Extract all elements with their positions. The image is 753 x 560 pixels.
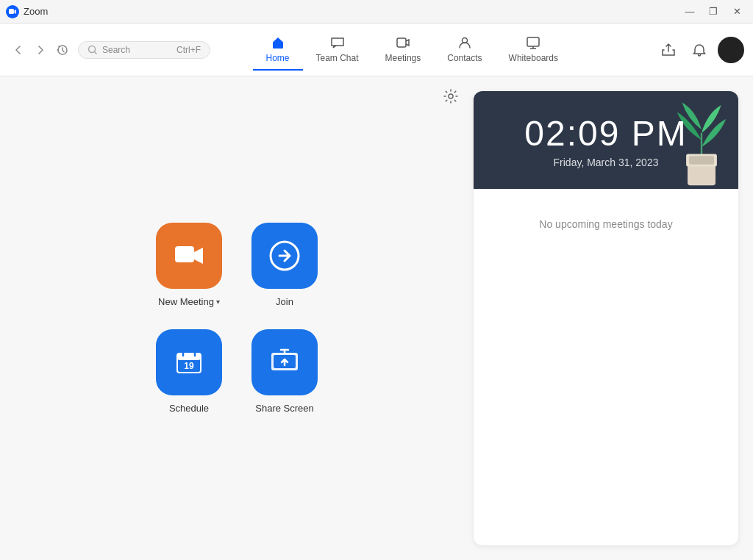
svg-rect-4 bbox=[397, 38, 406, 47]
settings-button[interactable] bbox=[440, 85, 462, 107]
date-display: Friday, March 31, 2023 bbox=[554, 157, 659, 168]
calendar-body: No upcoming meetings today bbox=[474, 189, 738, 259]
notification-button[interactable] bbox=[687, 37, 712, 62]
svg-rect-21 bbox=[689, 156, 714, 164]
left-panel: New Meeting ▾ Join bbox=[0, 76, 474, 560]
tab-whiteboards[interactable]: Whiteboards bbox=[496, 29, 571, 71]
home-icon bbox=[271, 35, 285, 50]
new-meeting-label: New Meeting ▾ bbox=[158, 296, 220, 307]
svg-rect-19 bbox=[688, 165, 715, 186]
join-label: Join bbox=[276, 296, 293, 307]
calendar-card: 02:09 PM Friday, March 31, 2023 No upcom… bbox=[474, 91, 738, 545]
no-meetings-text: No upcoming meetings today bbox=[539, 218, 672, 230]
search-label: Search bbox=[102, 45, 130, 55]
tab-home[interactable]: Home bbox=[253, 29, 303, 71]
tab-contacts[interactable]: Contacts bbox=[434, 29, 495, 71]
search-box[interactable]: Search Ctrl+F bbox=[78, 41, 210, 59]
svg-point-7 bbox=[449, 94, 453, 98]
toolbar-right bbox=[656, 37, 744, 63]
new-meeting-button[interactable] bbox=[156, 223, 222, 289]
schedule-label: Schedule bbox=[169, 403, 209, 414]
new-meeting-item: New Meeting ▾ bbox=[156, 223, 222, 307]
restore-button[interactable]: ❐ bbox=[703, 3, 724, 21]
whiteboard-icon bbox=[526, 35, 540, 50]
tab-contacts-label: Contacts bbox=[447, 53, 482, 63]
title-bar: Zoom — ❐ ✕ bbox=[0, 0, 753, 24]
svg-rect-8 bbox=[175, 246, 194, 262]
toolbar: Search Ctrl+F Home Team Chat Meetings bbox=[0, 24, 753, 76]
schedule-button[interactable]: 19 bbox=[156, 329, 222, 395]
tab-meetings[interactable]: Meetings bbox=[372, 29, 435, 71]
join-button[interactable] bbox=[251, 223, 318, 289]
schedule-item: 19 Schedule bbox=[156, 329, 222, 414]
history-button[interactable] bbox=[53, 40, 72, 60]
search-icon bbox=[88, 45, 98, 55]
svg-marker-1 bbox=[15, 10, 17, 14]
action-grid: New Meeting ▾ Join bbox=[156, 223, 318, 414]
share-button[interactable] bbox=[656, 37, 681, 62]
chat-icon bbox=[330, 35, 345, 50]
tab-team-chat[interactable]: Team Chat bbox=[303, 29, 372, 71]
share-screen-label: Share Screen bbox=[255, 403, 314, 414]
svg-rect-13 bbox=[178, 353, 200, 360]
close-button[interactable]: ✕ bbox=[727, 3, 747, 21]
right-panel: 02:09 PM Friday, March 31, 2023 No upcom… bbox=[474, 76, 753, 560]
forward-button[interactable] bbox=[31, 40, 50, 60]
svg-rect-0 bbox=[9, 9, 14, 14]
back-button[interactable] bbox=[9, 40, 28, 60]
avatar[interactable] bbox=[718, 37, 744, 63]
join-item: Join bbox=[251, 223, 318, 307]
svg-text:19: 19 bbox=[184, 361, 194, 371]
tab-whiteboards-label: Whiteboards bbox=[509, 53, 558, 63]
share-screen-item: Share Screen bbox=[251, 329, 318, 414]
minimize-button[interactable]: — bbox=[679, 3, 700, 21]
meetings-icon bbox=[396, 35, 410, 50]
tab-team-chat-label: Team Chat bbox=[316, 53, 359, 63]
tab-meetings-label: Meetings bbox=[385, 53, 421, 63]
app-title: Zoom bbox=[24, 6, 679, 17]
nav-arrows bbox=[9, 40, 72, 60]
app-logo bbox=[6, 5, 19, 18]
search-shortcut: Ctrl+F bbox=[176, 45, 201, 55]
window-controls: — ❐ ✕ bbox=[679, 3, 747, 21]
time-display: 02:09 PM bbox=[524, 113, 687, 154]
main-content: New Meeting ▾ Join bbox=[0, 76, 753, 560]
nav-tabs: Home Team Chat Meetings Contacts bbox=[253, 29, 571, 71]
contacts-icon bbox=[457, 35, 472, 50]
calendar-header: 02:09 PM Friday, March 31, 2023 bbox=[474, 91, 738, 189]
tab-home-label: Home bbox=[266, 53, 290, 63]
share-screen-button[interactable] bbox=[251, 329, 318, 395]
svg-rect-6 bbox=[527, 37, 539, 46]
new-meeting-chevron: ▾ bbox=[216, 298, 220, 306]
